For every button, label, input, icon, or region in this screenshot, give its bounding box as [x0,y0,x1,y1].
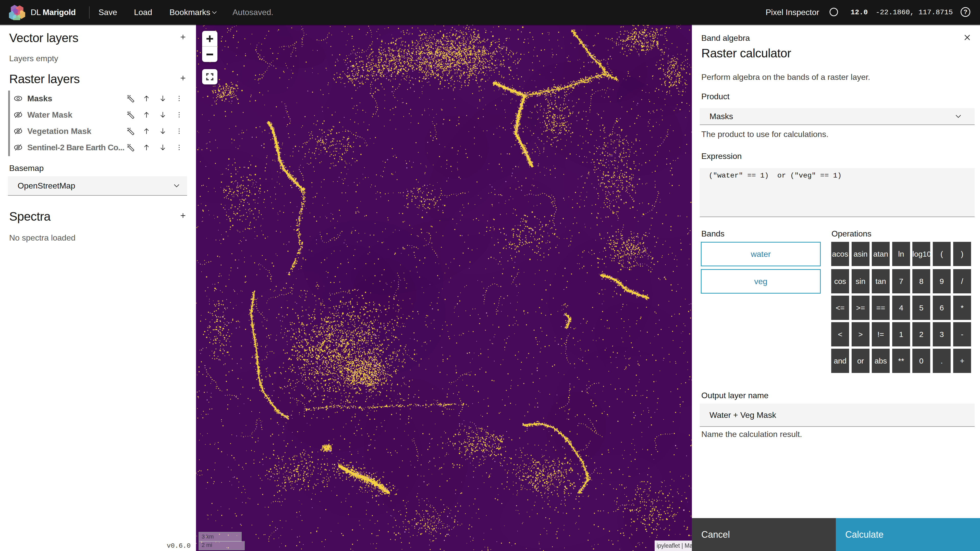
svg-text:?: ? [964,8,967,15]
